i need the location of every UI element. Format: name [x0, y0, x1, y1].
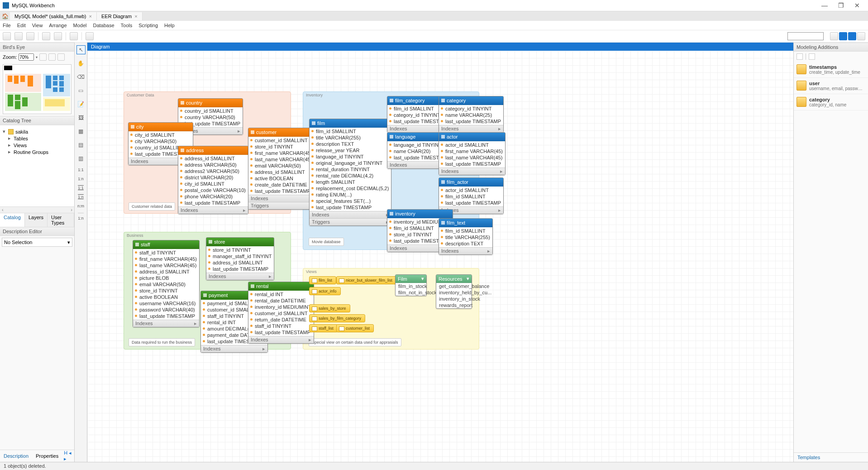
tab-catalog[interactable]: Catalog	[0, 213, 25, 227]
minimize-button[interactable]: —	[816, 2, 833, 9]
view-sales-by-store[interactable]: sales_by_store	[309, 304, 350, 312]
note-customer[interactable]: Customer related data	[129, 202, 175, 211]
dropdown-icon[interactable]: ▾	[36, 55, 38, 59]
image-tool[interactable]: 🖼	[76, 113, 86, 122]
routine-group-tool[interactable]: ▥	[76, 154, 86, 163]
close-icon[interactable]: ×	[134, 14, 137, 19]
view-sales-by-film-category[interactable]: sales_by_film_category	[309, 314, 365, 322]
pointer-tool[interactable]: ↖	[76, 45, 86, 54]
note-inventory[interactable]: Movie database	[309, 238, 344, 246]
table-customer[interactable]: customer customer_id SMALLINTstore_id TI…	[248, 128, 315, 210]
tree-node-tables[interactable]: ▸Tables	[3, 135, 72, 142]
addition-timestamps[interactable]: timestampscreate_time, update_time	[794, 62, 868, 78]
table-icon	[251, 284, 254, 288]
rel-1n-existing-tool[interactable]: 1:n	[78, 213, 84, 221]
table-column: replacement_cost DECIMAL(5,2)	[310, 185, 391, 192]
menu-arrange[interactable]: Arrange	[49, 23, 67, 28]
view-actor-info[interactable]: actor_info	[309, 287, 341, 295]
addition-user[interactable]: userusername, email, passwor...	[794, 78, 868, 94]
hand-tool[interactable]: ✋	[76, 59, 86, 68]
eraser-tool[interactable]: ⌫	[76, 72, 86, 82]
tab-user-types[interactable]: User Types	[48, 213, 74, 227]
search-input[interactable]	[787, 32, 824, 40]
tree-node-routine-groups[interactable]: ▸Routine Groups	[3, 149, 72, 155]
tab-eer-diagram[interactable]: EER Diagram×	[97, 12, 143, 20]
view-nicer-but-slower[interactable]: nicer_but_slower_film_list	[336, 276, 396, 284]
undo-button[interactable]	[42, 32, 50, 40]
view-tool[interactable]: ▤	[76, 140, 86, 149]
table-rental[interactable]: rental rental_id INTrental_date DATETIME…	[248, 282, 314, 344]
rel-11-id-tool[interactable]: 1:1	[78, 186, 84, 190]
table-column: film_id SMALLINT	[439, 193, 503, 200]
tab-layers[interactable]: Layers	[25, 213, 48, 227]
table-tool[interactable]: ▦	[76, 127, 86, 136]
refresh-button[interactable]	[809, 53, 815, 60]
table-store[interactable]: store store_id TINYINTmanager_staff_id T…	[206, 237, 274, 280]
table-film[interactable]: film film_id SMALLINTtitle VARCHAR(255)d…	[309, 119, 391, 226]
menubar: File Edit View Arrange Model Database To…	[0, 21, 868, 30]
table-column: picture BLOB	[133, 275, 199, 281]
birdseye-navigator[interactable]	[3, 64, 72, 114]
tab-model[interactable]: MySQL Model* (sakila_full.mwb)×	[10, 12, 97, 20]
add-template-button[interactable]	[796, 53, 803, 60]
menu-file[interactable]: File	[3, 23, 11, 28]
zoom-out-button[interactable]	[39, 53, 47, 61]
catalog-tree[interactable]: ▾sakila ▸Tables ▸Views ▸Routine Groups	[0, 125, 74, 206]
rel-1n-id-tool[interactable]: 1:n	[78, 195, 84, 199]
view-staff-list[interactable]: staff_list	[309, 324, 338, 332]
rel-nm-tool[interactable]: n:m	[77, 204, 84, 208]
routine-group-film[interactable]: Film▾ film_in_stock film_not_in_stock	[395, 274, 427, 296]
tab-templates[interactable]: Templates	[794, 452, 868, 462]
menu-help[interactable]: Help	[164, 23, 175, 28]
find-button[interactable]	[830, 32, 838, 40]
close-button[interactable]: ✕	[849, 2, 865, 9]
close-icon[interactable]: ×	[89, 14, 92, 19]
table-category[interactable]: category category_id TINYINTname VARCHAR…	[439, 96, 504, 133]
layer-button[interactable]	[86, 32, 94, 40]
view-film-list[interactable]: film_list	[309, 276, 336, 284]
zoom-in-button[interactable]	[57, 53, 65, 61]
addition-category[interactable]: categorycategory_id, name	[794, 94, 868, 110]
panel-toggle-3[interactable]	[857, 32, 865, 40]
tab-description[interactable]: Description	[0, 452, 32, 460]
save-button[interactable]	[26, 32, 34, 40]
table-staff[interactable]: staff staff_id TINYINTfirst_name VARCHAR…	[133, 240, 200, 327]
tree-node-db[interactable]: ▾sakila	[3, 128, 72, 135]
tab-properties[interactable]: Properties	[32, 452, 62, 460]
menu-edit[interactable]: Edit	[17, 23, 26, 28]
note-tool[interactable]: 📝	[76, 100, 86, 109]
home-tab[interactable]: 🏠	[0, 13, 10, 19]
table-actor[interactable]: actor actor_id SMALLINTfirst_name VARCHA…	[439, 132, 506, 175]
layer-tool[interactable]: ▭	[76, 86, 86, 95]
menu-scripting[interactable]: Scripting	[138, 23, 158, 28]
tree-node-views[interactable]: ▸Views	[3, 142, 72, 149]
menu-database[interactable]: Database	[93, 23, 114, 28]
description-selector[interactable]: No Selection▾	[2, 238, 72, 247]
table-film-text[interactable]: film_text film_id SMALLINTtitle VARCHAR(…	[439, 218, 493, 255]
validate-button[interactable]	[70, 32, 78, 40]
new-file-button[interactable]	[3, 32, 11, 40]
history-nav[interactable]: H ◂ ▸	[62, 450, 74, 462]
redo-button[interactable]	[54, 32, 62, 40]
table-icon	[441, 135, 445, 139]
menu-model[interactable]: Model	[73, 23, 87, 28]
diagram-canvas[interactable]: Customer Data Customer related data Inve…	[87, 51, 793, 462]
table-film-actor[interactable]: film_actor actor_id SMALLINTfilm_id SMAL…	[439, 177, 504, 214]
view-customer-list[interactable]: customer_list	[336, 324, 374, 332]
menu-view[interactable]: View	[32, 23, 43, 28]
panel-toggle-1[interactable]	[839, 32, 847, 40]
tree-scroll[interactable]: ‹›	[0, 206, 74, 213]
note-views[interactable]: Special view on certain data used for ap…	[309, 338, 401, 346]
maximize-button[interactable]: ❐	[833, 2, 849, 9]
panel-toggle-2[interactable]	[848, 32, 856, 40]
zoom-input[interactable]	[19, 53, 34, 61]
menu-tools[interactable]: Tools	[121, 23, 133, 28]
table-column: inventory_id MEDIUMINT	[248, 304, 314, 310]
routine-group-resources[interactable]: Resources▾ get_customer_balance inventor…	[436, 274, 472, 309]
zoom-fit-button[interactable]	[48, 53, 56, 61]
rel-11-tool[interactable]: 1:1	[78, 168, 84, 172]
note-business[interactable]: Data required to run the business	[129, 338, 195, 346]
open-file-button[interactable]	[14, 32, 23, 40]
rel-1n-tool[interactable]: 1:n	[78, 177, 84, 181]
table-address[interactable]: address address_id SMALLINTaddress VARCH…	[178, 146, 248, 214]
